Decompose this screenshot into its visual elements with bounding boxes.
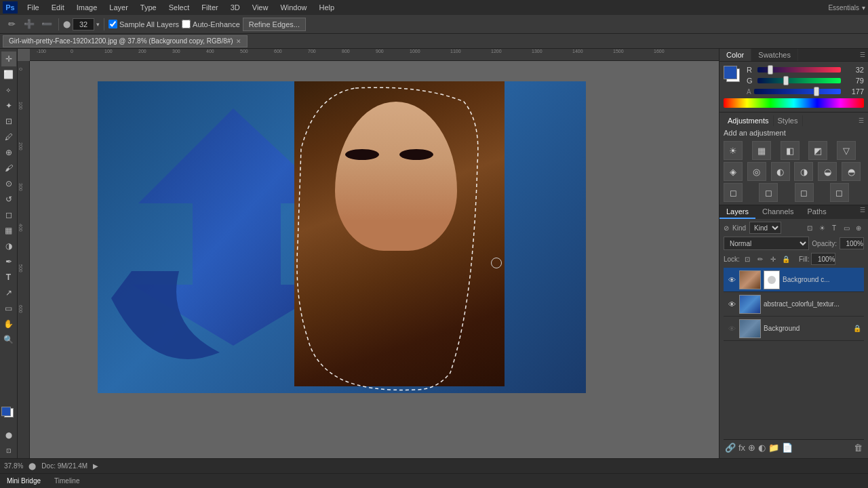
adj-invert[interactable]: ◻: [724, 183, 743, 202]
tool-quick-mask[interactable]: ⬤: [1, 428, 16, 443]
doc-tab-close[interactable]: ✕: [236, 38, 241, 45]
adj-hsl[interactable]: ◈: [724, 162, 743, 181]
tool-shape[interactable]: ▭: [1, 301, 16, 316]
lock-all-icon[interactable]: 🔒: [781, 253, 791, 264]
filter-smart-icon[interactable]: ⊕: [853, 222, 864, 233]
brush-size-input[interactable]: 32: [73, 18, 94, 30]
tool-crop[interactable]: ⊡: [1, 114, 16, 129]
tool-hand[interactable]: ✋: [1, 317, 16, 331]
tool-lasso[interactable]: ⟡: [1, 83, 16, 98]
layer-item-abstract[interactable]: 👁 abstract_colorful_textur...: [724, 292, 864, 317]
filter-adj-icon[interactable]: ☀: [816, 222, 827, 233]
filter-type-icon[interactable]: T: [829, 222, 840, 233]
layers-tab-channels[interactable]: Channels: [755, 205, 800, 219]
adj-vibrance[interactable]: ▽: [837, 141, 856, 160]
tool-eraser[interactable]: ◻: [1, 207, 16, 222]
adj-mixer[interactable]: ◒: [818, 162, 837, 181]
fill-input[interactable]: [811, 253, 835, 265]
adj-threshold[interactable]: ◻: [795, 183, 814, 202]
layer-new-icon[interactable]: 📄: [782, 443, 793, 453]
adj-exposure[interactable]: ◩: [808, 141, 827, 160]
tool-history-brush[interactable]: ↺: [1, 192, 16, 207]
adj-gradient-map[interactable]: ◻: [830, 183, 849, 202]
layers-tab-layers[interactable]: Layers: [719, 205, 755, 219]
lock-transparent-icon[interactable]: ⊡: [742, 253, 753, 264]
fg-color[interactable]: [724, 66, 737, 79]
tool-text[interactable]: T: [1, 270, 16, 285]
g-thumb[interactable]: [783, 76, 789, 85]
menu-image[interactable]: Image: [71, 2, 103, 13]
tool-eyedropper[interactable]: 🖊: [1, 129, 16, 144]
adj-posterize[interactable]: ◻: [759, 183, 778, 202]
layers-tab-paths[interactable]: Paths: [801, 205, 833, 219]
canvas-container[interactable]: [30, 61, 719, 458]
tool-screen-mode[interactable]: ⊡: [1, 443, 16, 458]
layer-visibility-1[interactable]: 👁: [726, 274, 737, 285]
tool-brush-paint[interactable]: 🖌: [1, 161, 16, 176]
auto-enhance-input[interactable]: [182, 20, 191, 28]
filter-pixel-icon[interactable]: ⊡: [804, 222, 815, 233]
lock-pixels-icon[interactable]: ✏: [755, 253, 766, 264]
styles-tab-btn[interactable]: Styles: [774, 115, 803, 126]
color-panel-menu[interactable]: ☰: [860, 52, 865, 58]
filter-shape-icon[interactable]: ▭: [841, 222, 852, 233]
tool-path-select[interactable]: ↗: [1, 285, 16, 300]
adj-levels[interactable]: ▦: [752, 141, 771, 160]
layer-adj-add-icon[interactable]: ◐: [758, 443, 766, 453]
opacity-input[interactable]: [840, 237, 864, 249]
tool-brush[interactable]: ✏: [4, 17, 19, 32]
adj-tab[interactable]: Adjustments: [724, 115, 774, 126]
timeline-tab[interactable]: Timeline: [52, 476, 82, 486]
menu-filter[interactable]: Filter: [196, 2, 223, 13]
menu-3d[interactable]: 3D: [225, 2, 245, 13]
r-thumb[interactable]: [768, 65, 773, 75]
menu-type[interactable]: Type: [135, 2, 162, 13]
menu-window[interactable]: Window: [275, 2, 312, 13]
tool-mode2[interactable]: ➖: [39, 17, 54, 32]
doc-tab[interactable]: Girl-with-pretty-Face-1920x1200.jpg @ 37…: [3, 35, 248, 47]
layer-mask-add-icon[interactable]: ⊕: [748, 443, 755, 453]
tool-pen[interactable]: ✒: [1, 254, 16, 269]
tool-zoom[interactable]: 🔍: [1, 332, 16, 347]
refine-edges-button[interactable]: Refine Edges...: [243, 18, 306, 31]
adj-panel-menu[interactable]: ☰: [859, 117, 864, 124]
tool-magic-wand[interactable]: ✦: [1, 98, 16, 113]
color-tab[interactable]: Color: [719, 49, 751, 61]
adj-color-lookup[interactable]: ◓: [842, 162, 861, 181]
adj-curves[interactable]: ◧: [781, 141, 800, 160]
menu-file[interactable]: File: [22, 2, 45, 13]
menu-edit[interactable]: Edit: [46, 2, 70, 13]
auto-enhance-checkbox[interactable]: Auto-Enhance: [182, 20, 240, 28]
layer-item-background[interactable]: 👁 Background 🔒: [724, 317, 864, 341]
tool-mode1[interactable]: ➕: [22, 17, 37, 32]
sample-all-layers-input[interactable]: [108, 20, 117, 28]
layer-delete-icon[interactable]: 🗑: [854, 443, 863, 453]
g-slider[interactable]: [757, 78, 841, 83]
layers-panel-menu[interactable]: ☰: [857, 205, 868, 219]
adj-bw[interactable]: ◐: [771, 162, 790, 181]
layer-filter-select[interactable]: Kind: [749, 222, 781, 234]
r-slider[interactable]: [757, 67, 841, 73]
adj-cb[interactable]: ◎: [747, 162, 766, 181]
menu-layer[interactable]: Layer: [104, 2, 134, 13]
tool-dodge[interactable]: ◑: [1, 239, 16, 253]
menu-select[interactable]: Select: [163, 2, 195, 13]
layer-item-bg-copy[interactable]: 👁 Background c...: [724, 268, 864, 292]
tool-spot-heal[interactable]: ⊕: [1, 145, 16, 160]
sample-all-layers-checkbox[interactable]: Sample All Layers: [108, 20, 179, 28]
adj-photo[interactable]: ◑: [794, 162, 813, 181]
b-slider[interactable]: [754, 89, 841, 94]
menu-help[interactable]: Help: [314, 2, 340, 13]
color-spectrum[interactable]: [724, 98, 864, 108]
adj-brightness[interactable]: ☀: [724, 141, 743, 160]
brush-size-arrow[interactable]: ▾: [96, 21, 100, 28]
layer-fx-icon[interactable]: fx: [738, 443, 745, 453]
tool-clone[interactable]: ⊙: [1, 176, 16, 191]
playback-btn[interactable]: ▶: [93, 462, 98, 470]
lock-position-icon[interactable]: ✛: [768, 253, 778, 264]
tool-move[interactable]: ✛: [1, 52, 16, 66]
layer-visibility-2[interactable]: 👁: [726, 299, 737, 310]
layer-visibility-3[interactable]: 👁: [726, 323, 737, 334]
foreground-color-swatch[interactable]: [1, 407, 11, 416]
mini-bridge-tab[interactable]: Mini Bridge: [4, 476, 43, 486]
